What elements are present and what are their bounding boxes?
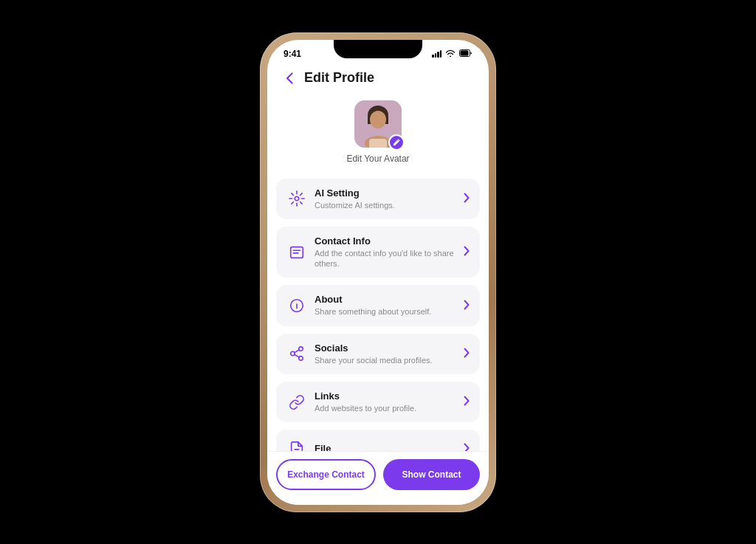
- bottom-bar: Exchange Contact Show Contact: [267, 451, 489, 505]
- svg-point-14: [297, 302, 298, 303]
- menu-item-contact-info-text: Contact Info Add the contact info you'd …: [315, 235, 464, 269]
- svg-point-5: [370, 111, 386, 128]
- file-title: File: [315, 443, 464, 451]
- menu-item-ai-setting-text: AI Setting Customize AI settings.: [315, 187, 464, 210]
- exchange-contact-button[interactable]: Exchange Contact: [276, 459, 376, 490]
- ai-setting-chevron: [464, 193, 470, 205]
- page-title: Edit Profile: [304, 70, 374, 86]
- ai-setting-title: AI Setting: [315, 187, 464, 199]
- menu-item-about-text: About Share something about yourself.: [315, 294, 464, 317]
- contact-info-chevron: [464, 246, 470, 258]
- ai-setting-icon: [286, 188, 307, 209]
- svg-rect-7: [369, 139, 387, 148]
- about-title: About: [315, 294, 464, 305]
- ai-setting-subtitle: Customize AI settings.: [315, 200, 464, 210]
- battery-icon: [459, 49, 472, 58]
- avatar-edit-badge[interactable]: [388, 134, 405, 151]
- notch: [334, 40, 422, 58]
- about-chevron: [464, 300, 470, 312]
- menu-item-contact-info[interactable]: Contact Info Add the contact info you'd …: [276, 227, 480, 278]
- about-icon: [286, 295, 307, 316]
- show-contact-button[interactable]: Show Contact: [383, 459, 480, 490]
- status-time: 9:41: [284, 49, 301, 59]
- svg-point-8: [295, 196, 299, 201]
- avatar-wrapper[interactable]: [354, 100, 402, 148]
- avatar-label: Edit Your Avatar: [346, 154, 409, 164]
- status-icons: [432, 49, 472, 58]
- phone-screen: 9:41: [267, 40, 489, 505]
- signal-icon: [432, 50, 441, 58]
- contact-info-icon: [286, 242, 307, 263]
- svg-line-19: [295, 350, 299, 353]
- contact-info-subtitle: Add the contact info you'd like to share…: [315, 248, 464, 269]
- socials-icon: [286, 343, 307, 364]
- svg-rect-9: [291, 247, 303, 258]
- menu-item-links-text: Links Add websites to your profile.: [315, 390, 464, 413]
- svg-rect-1: [461, 50, 469, 55]
- links-icon: [286, 392, 307, 413]
- file-chevron: [464, 443, 470, 451]
- file-icon: [286, 438, 307, 450]
- links-title: Links: [315, 390, 464, 402]
- phone-frame: 9:41: [260, 32, 496, 512]
- header: Edit Profile: [267, 62, 489, 94]
- menu-list: AI Setting Customize AI settings.: [267, 176, 489, 451]
- menu-item-ai-setting[interactable]: AI Setting Customize AI settings.: [276, 179, 480, 219]
- links-chevron: [464, 396, 470, 408]
- socials-title: Socials: [315, 342, 464, 354]
- svg-line-18: [295, 355, 299, 358]
- menu-item-file-text: File: [315, 443, 464, 451]
- socials-subtitle: Share your social media profiles.: [315, 355, 464, 365]
- menu-item-file[interactable]: File: [276, 430, 480, 450]
- socials-chevron: [464, 348, 470, 360]
- menu-item-socials[interactable]: Socials Share your social media profiles…: [276, 334, 480, 374]
- about-subtitle: Share something about yourself.: [315, 306, 464, 317]
- links-subtitle: Add websites to your profile.: [315, 403, 464, 413]
- contact-info-title: Contact Info: [315, 235, 464, 247]
- menu-item-links[interactable]: Links Add websites to your profile.: [276, 382, 480, 422]
- avatar-section: Edit Your Avatar: [267, 94, 489, 176]
- back-button[interactable]: [279, 68, 300, 89]
- menu-item-socials-text: Socials Share your social media profiles…: [315, 342, 464, 365]
- wifi-icon: [446, 49, 455, 58]
- menu-item-about[interactable]: About Share something about yourself.: [276, 285, 480, 326]
